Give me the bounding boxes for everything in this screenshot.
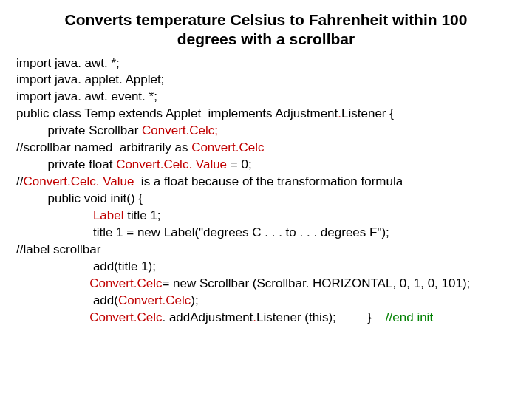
code-token: Convert bbox=[116, 157, 160, 171]
code-token: . add bbox=[162, 310, 190, 324]
slide-title: Converts temperature Celsius to Fahrenhe… bbox=[37, 10, 495, 50]
code-token: Listener { bbox=[341, 106, 394, 120]
code-line: title 1 = new Label("degrees C . . . to … bbox=[16, 225, 389, 239]
code-line: import java. awt. *; bbox=[16, 56, 120, 70]
code-line: private float bbox=[16, 157, 116, 171]
code-token: Convert bbox=[142, 123, 186, 137]
code-token: Celc bbox=[239, 140, 264, 154]
code-line: private Scrollbar bbox=[16, 123, 142, 137]
code-token: Convert bbox=[23, 174, 67, 188]
code-line: //scrollbar named arbitrarily as bbox=[16, 140, 191, 154]
code-token: ); bbox=[191, 293, 198, 307]
code-token: Celc bbox=[137, 276, 162, 290]
code-token: Celc. Value bbox=[163, 157, 230, 171]
code-token: Listener (this); } bbox=[256, 310, 382, 324]
code-line: public void init() { bbox=[16, 191, 143, 205]
code-token: is a float because of the transformation… bbox=[137, 174, 403, 188]
code-line: import java. applet. Applet; bbox=[16, 72, 164, 86]
code-token: Label bbox=[16, 208, 124, 222]
code-token: Celc bbox=[137, 310, 162, 324]
code-token: Celc bbox=[166, 293, 191, 307]
code-line: import java. awt. event. *; bbox=[16, 89, 157, 103]
code-line: public class Temp extends Applet impleme… bbox=[16, 106, 338, 120]
code-token: Adjustment bbox=[190, 310, 253, 324]
code-comment: //end init bbox=[382, 310, 433, 324]
code-line: add(title 1); bbox=[16, 259, 156, 273]
code-token: Convert bbox=[89, 276, 134, 290]
code-block: import java. awt. *; import java. applet… bbox=[16, 55, 516, 327]
code-token: Celc. Value bbox=[71, 174, 137, 188]
code-token bbox=[16, 276, 89, 290]
code-token: Celc; bbox=[189, 123, 218, 137]
code-line: //label scrollbar bbox=[16, 242, 100, 256]
code-token: add( bbox=[16, 293, 118, 307]
code-token: title 1; bbox=[124, 208, 161, 222]
code-token: Convert bbox=[191, 140, 236, 154]
code-token: = 0; bbox=[231, 157, 252, 171]
code-token: Convert bbox=[89, 310, 134, 324]
code-token bbox=[16, 310, 89, 324]
code-token: = new Scrollbar (Scrollbar. HORIZONTAL, … bbox=[162, 276, 470, 290]
code-token: Convert bbox=[118, 293, 163, 307]
